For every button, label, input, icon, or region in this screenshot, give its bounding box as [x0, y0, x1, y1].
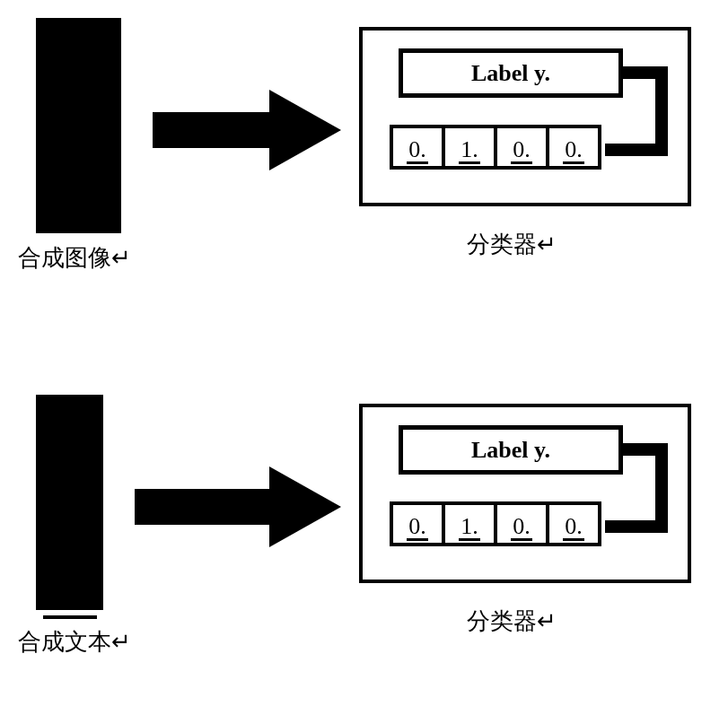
svg-marker-1 [269, 90, 341, 170]
label-y-box: Label y. [399, 425, 623, 475]
svg-rect-2 [135, 489, 269, 525]
svg-rect-0 [153, 112, 269, 148]
svg-marker-3 [269, 466, 341, 547]
digit-cell: 0. [494, 125, 549, 170]
digit-cell: 0. [546, 501, 601, 546]
output-vector: 0. 1. 0. 0. [390, 125, 601, 170]
classifier-box-1: Label y. 0. 1. 0. 0. [359, 27, 691, 206]
connector [605, 520, 668, 533]
label-y-box: Label y. [399, 48, 623, 98]
classifier-label-1: 分类器↵ [467, 229, 557, 260]
synthesized-text-label: 合成文本↵ [18, 626, 131, 658]
synthesized-image-block [36, 18, 121, 233]
digit-cell: 0. [546, 125, 601, 170]
digit-cell: 0. [390, 501, 445, 546]
connector [655, 443, 668, 533]
digit-cell: 0. [390, 125, 445, 170]
underline [43, 615, 97, 619]
synthesized-image-label: 合成图像↵ [18, 242, 131, 274]
output-vector: 0. 1. 0. 0. [390, 501, 601, 546]
digit-cell: 1. [442, 125, 497, 170]
synthesized-text-block [36, 395, 103, 610]
arrow-icon [135, 466, 341, 547]
arrow-icon [153, 90, 341, 170]
digit-cell: 0. [494, 501, 549, 546]
connector [605, 144, 668, 156]
connector [655, 66, 668, 156]
classifier-label-2: 分类器↵ [467, 606, 557, 637]
digit-cell: 1. [442, 501, 497, 546]
classifier-box-2: Label y. 0. 1. 0. 0. [359, 404, 691, 583]
